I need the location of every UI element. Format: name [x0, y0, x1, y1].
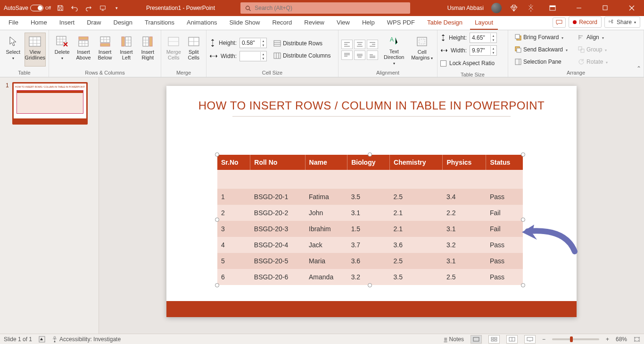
text-direction-button[interactable]: A Text Direction ▾	[382, 33, 406, 67]
table-cell[interactable]: 3.2	[347, 269, 390, 285]
view-gridlines-button[interactable]: View Gridlines	[25, 33, 46, 67]
handle-s[interactable]	[368, 283, 372, 287]
notes-button[interactable]: ≡Notes	[444, 336, 464, 343]
zoom-out-button[interactable]: −	[542, 336, 545, 343]
align-center-button[interactable]	[354, 40, 365, 49]
slideshow-view-button[interactable]	[524, 335, 536, 344]
table-cell[interactable]: 3.2	[443, 237, 486, 253]
tab-help[interactable]: Help	[357, 16, 380, 30]
table-cell[interactable]: Pass	[486, 237, 523, 253]
table-cell[interactable]: Ibrahim	[305, 221, 347, 237]
table-header[interactable]: Physics	[443, 155, 486, 170]
handle-nw[interactable]	[215, 152, 219, 157]
table-cell[interactable]: Pass	[486, 269, 523, 285]
table-cell[interactable]: 4	[217, 237, 250, 253]
send-backward-button[interactable]: Send Backward	[513, 44, 570, 55]
table-cell[interactable]: 6	[217, 269, 250, 285]
table-row[interactable]: 5BSGD-20-5Maria3.62.53.1Pass	[217, 253, 523, 269]
minimize-button[interactable]	[570, 0, 588, 16]
rotate-button[interactable]: Rotate	[576, 57, 610, 67]
distribute-rows-button[interactable]: Distribute Rows	[272, 38, 332, 49]
accessibility-button[interactable]: Accessibility: Investigate	[52, 336, 121, 343]
table-cell[interactable]: Fatima	[305, 189, 347, 205]
table-row[interactable]: 6BSGD-20-6Amanda3.23.52.5Pass	[217, 269, 523, 285]
align-top-button[interactable]	[341, 50, 353, 60]
slide-canvas[interactable]: HOW TO INSERT ROWS / COLUMN IN TABLE IN …	[99, 77, 644, 334]
close-button[interactable]	[622, 0, 641, 16]
tab-view[interactable]: View	[332, 16, 355, 30]
tab-design[interactable]: Design	[109, 16, 137, 30]
data-table[interactable]: Sr.NoRoll NoNameBiologyChemistryPhysicsS…	[217, 155, 523, 285]
selection-pane-button[interactable]: Selection Pane	[513, 57, 570, 67]
undo-icon[interactable]	[70, 3, 79, 13]
spellcheck-icon[interactable]	[39, 336, 45, 343]
present-icon[interactable]	[98, 3, 107, 13]
table-cell[interactable]: 3.1	[443, 253, 486, 269]
table-cell[interactable]: BSGD-20-1	[250, 189, 305, 205]
table-row[interactable]: 4BSGD-20-4Jack3.73.63.2Pass	[217, 237, 523, 253]
diamond-icon[interactable]	[509, 3, 519, 13]
table-cell[interactable]: 3.5	[390, 269, 443, 285]
tab-transitions[interactable]: Transitions	[140, 16, 179, 30]
table-cell[interactable]: BSGD-20-6	[250, 269, 305, 285]
table-cell[interactable]: BSGD-20-2	[250, 205, 305, 221]
table-header[interactable]: Name	[305, 155, 347, 170]
insert-below-button[interactable]: Insert Below	[95, 33, 115, 67]
width-input[interactable]: ▲▼	[239, 51, 267, 61]
height-input[interactable]: 0.58"▲▼	[239, 38, 267, 48]
reading-view-button[interactable]	[506, 335, 518, 344]
col-width-control[interactable]: Width: ▲▼	[209, 50, 267, 62]
mic-icon[interactable]	[526, 3, 536, 13]
table-header[interactable]: Status	[486, 155, 523, 170]
tab-review[interactable]: Review	[299, 16, 329, 30]
table-cell[interactable]: Amanda	[305, 269, 347, 285]
search-box[interactable]	[240, 2, 410, 14]
table-cell[interactable]: 3.1	[347, 205, 390, 221]
row-height-control[interactable]: Height: 0.58"▲▼	[209, 37, 267, 49]
table-cell[interactable]: 3.1	[443, 221, 486, 237]
table-selection[interactable]: Sr.NoRoll NoNameBiologyChemistryPhysicsS…	[217, 155, 523, 285]
tab-table-design[interactable]: Table Design	[422, 16, 467, 30]
table-cell[interactable]: 1.5	[347, 221, 390, 237]
table-cell[interactable]: Fail	[486, 221, 523, 237]
table-row[interactable]: 1BSGD-20-1Fatima3.52.53.4Pass	[217, 189, 523, 205]
align-bottom-button[interactable]	[367, 50, 378, 60]
table-cell[interactable]: Pass	[486, 253, 523, 269]
handle-sw[interactable]	[215, 283, 219, 287]
select-button[interactable]: Select▾	[3, 33, 24, 67]
table-cell[interactable]: 3	[217, 221, 250, 237]
insert-right-button[interactable]: Insert Right	[138, 33, 158, 67]
avatar[interactable]	[491, 3, 502, 13]
align-middle-button[interactable]	[354, 50, 365, 60]
table-cell[interactable]: 2.1	[390, 221, 443, 237]
group-button[interactable]: Group	[576, 44, 610, 55]
normal-view-button[interactable]	[471, 335, 482, 344]
slide-thumbnail-1[interactable]: HOW TO INSERT ROWS / COLUMN IN TABLE IN …	[12, 82, 88, 125]
tab-home[interactable]: Home	[26, 16, 52, 30]
split-cells-button[interactable]: Split Cells	[184, 33, 204, 67]
table-cell[interactable]: 5	[217, 253, 250, 269]
maximize-button[interactable]	[596, 0, 615, 16]
align-button[interactable]: Align	[576, 32, 610, 42]
table-width-control[interactable]: Width:9.97"▲▼	[440, 45, 497, 56]
table-header[interactable]: Roll No	[250, 155, 305, 170]
fit-view-button[interactable]	[634, 336, 640, 342]
tab-animations[interactable]: Animations	[182, 16, 222, 30]
table-cell[interactable]: 3.6	[390, 237, 443, 253]
ribbon-mode-icon[interactable]	[543, 0, 562, 16]
table-cell[interactable]: John	[305, 205, 347, 221]
handle-se[interactable]	[521, 283, 525, 287]
table-row[interactable]: 3BSGD-20-3Ibrahim1.52.13.1Fail	[217, 221, 523, 237]
table-cell[interactable]: 3.7	[347, 237, 390, 253]
table-cell[interactable]: 2.5	[390, 253, 443, 269]
table-cell[interactable]: Jack	[305, 237, 347, 253]
insert-above-button[interactable]: Insert Above	[73, 33, 93, 67]
table-cell[interactable]: BSGD-20-4	[250, 237, 305, 253]
autosave-toggle[interactable]: AutoSave Off	[4, 5, 51, 11]
table-cell[interactable]: 1	[217, 189, 250, 205]
user-name[interactable]: Usman Abbasi	[447, 5, 484, 11]
table-cell[interactable]: BSGD-20-3	[250, 221, 305, 237]
table-cell[interactable]: Maria	[305, 253, 347, 269]
table-width-input[interactable]: 9.97"▲▼	[470, 45, 497, 56]
comments-button[interactable]	[553, 17, 566, 28]
